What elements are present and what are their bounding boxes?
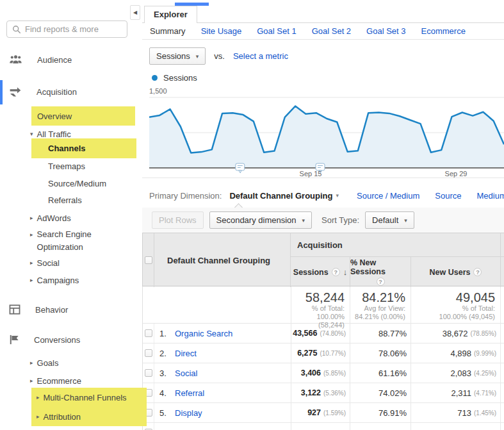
table-row: 6. Paid Search — [143, 423, 504, 430]
table-row: 2. Direct 6,275(10.77%) 78.06% 4,898(9.9… — [143, 343, 504, 363]
table-totals-row: 58,244 % of Total: 100.00% (58,244) 84.2… — [142, 286, 504, 324]
x-axis-tick: Sep 15 — [291, 170, 330, 178]
subtab-goal-set-2[interactable]: Goal Set 2 — [312, 26, 351, 36]
channel-link[interactable]: Display — [175, 408, 202, 418]
audience-icon — [9, 54, 22, 65]
caret-right-icon: ▸ — [37, 413, 40, 420]
dimension-column-header[interactable]: Default Channel Grouping — [154, 233, 291, 287]
new-sessions-value: 76.91% — [378, 408, 407, 418]
select-all-checkbox[interactable] — [145, 256, 152, 264]
new-users-value: 2,083 — [450, 368, 471, 378]
sidebar-item-goals[interactable]: ▸ Goals — [30, 357, 59, 368]
totals-sessions: 58,244 % of Total: 100.00% (58,244) — [291, 286, 350, 329]
dropdown-arrow-icon: ▾ — [404, 217, 407, 224]
search-input[interactable] — [25, 24, 127, 34]
x-axis-tick: Sep 29 — [437, 170, 475, 178]
new-sessions-value: 78.06% — [378, 349, 407, 358]
column-header-new-sessions[interactable]: % New Sessions ? — [350, 257, 411, 287]
sidebar-item-label: Referrals — [48, 195, 82, 205]
sidebar-item-ecommerce[interactable]: ▸ Ecommerce — [30, 375, 81, 386]
collapse-sidebar-button[interactable]: ◀ — [130, 5, 140, 20]
sidebar-item-source-medium[interactable]: Source/Medium — [48, 178, 106, 189]
acquisition-group-header: Acquisition — [291, 233, 504, 257]
row-index: 4. — [159, 388, 175, 398]
sidebar-item-label: Social — [37, 258, 60, 268]
channel-link[interactable]: Social — [175, 368, 197, 378]
sidebar-item-treemaps[interactable]: Treemaps — [48, 160, 85, 172]
subtab-ecommerce[interactable]: Ecommerce — [421, 26, 466, 36]
channel-link[interactable]: Referral — [175, 388, 204, 398]
column-header-sessions[interactable]: Sessions ? ↓ — [291, 257, 350, 287]
column-header-new-users[interactable]: New Users ? — [411, 257, 500, 287]
sessions-area-chart[interactable] — [149, 90, 504, 174]
row-checkbox[interactable] — [145, 369, 152, 377]
sidebar-item-overview[interactable]: Overview — [31, 106, 135, 126]
sidebar-item-adwords[interactable]: ▸ AdWords — [30, 212, 71, 224]
channel-link[interactable]: Organic Search — [175, 329, 232, 338]
help-icon[interactable]: ? — [377, 277, 385, 286]
table-toolbar: Plot Rows Secondary dimension ▾ Sort Typ… — [142, 208, 504, 233]
totals-new-sessions: 84.21% Avg for View: 84.21% (0.00%) — [350, 286, 411, 329]
sidebar-item-seo[interactable]: ▸ Search Engine Optimization — [30, 228, 119, 252]
sidebar-item-label: Search Engine Optimization — [37, 228, 119, 254]
subtab-goal-set-3[interactable]: Goal Set 3 — [366, 26, 405, 36]
new-users-pct: (4.25%) — [474, 370, 496, 377]
select-metric-link[interactable]: Select a metric — [233, 51, 288, 61]
help-icon[interactable]: ? — [332, 268, 340, 276]
sidebar-item-multi-channel-funnels[interactable]: ▸ Multi-Channel Funnels — [31, 388, 147, 407]
sidebar-item-attribution[interactable]: ▸ Attribution — [31, 407, 147, 426]
sidebar: Audience Acquisition Overview ▾ All Traf… — [0, 0, 136, 430]
dimension-link-medium[interactable]: Medium — [476, 191, 504, 201]
new-users-value: 2,311 — [451, 388, 471, 398]
sort-type-dropdown[interactable]: Default ▾ — [365, 211, 414, 229]
metric-dropdown-label: Sessions — [156, 51, 190, 61]
metric-dropdown[interactable]: Sessions ▾ — [149, 47, 206, 65]
conversions-flag-icon — [9, 335, 19, 345]
sessions-pct: (74.80%) — [320, 330, 346, 337]
sidebar-item-label: Multi-Channel Funnels — [44, 393, 127, 402]
sidebar-item-conversions[interactable]: Conversions — [9, 331, 80, 348]
sidebar-item-channels[interactable]: Channels — [31, 138, 136, 158]
help-icon[interactable]: ? — [473, 268, 482, 276]
plot-rows-button[interactable]: Plot Rows — [152, 211, 204, 229]
sidebar-item-label: Treemaps — [48, 161, 85, 171]
row-checkbox[interactable] — [145, 349, 152, 357]
sidebar-item-label: All Traffic — [37, 129, 71, 139]
sidebar-item-referrals[interactable]: Referrals — [48, 194, 82, 206]
sidebar-item-audience[interactable]: Audience — [9, 51, 72, 68]
sessions-value: 43,566 — [293, 329, 317, 338]
sidebar-item-behavior[interactable]: Behavior — [9, 301, 68, 318]
subtab-goal-set-1[interactable]: Goal Set 1 — [257, 26, 296, 36]
subtab-site-usage[interactable]: Site Usage — [201, 26, 242, 36]
dropdown-arrow-icon: ▾ — [302, 217, 305, 224]
row-index: 2. — [159, 349, 175, 358]
search-icon — [12, 25, 21, 34]
sidebar-item-label: Source/Medium — [48, 179, 106, 188]
tab-explorer[interactable]: Explorer — [144, 6, 197, 23]
new-sessions-value: 88.77% — [378, 329, 407, 338]
row-index: 1. — [159, 329, 175, 338]
header-checkbox-cell — [143, 233, 154, 287]
report-search-box[interactable] — [6, 21, 127, 38]
primary-dimension-row: Primary Dimension: Default Channel Group… — [149, 187, 504, 204]
sidebar-item-social[interactable]: ▸ Social — [30, 257, 60, 269]
sessions-value: 927 — [307, 408, 321, 417]
caret-right-icon: ▸ — [30, 215, 33, 221]
sort-descending-icon[interactable]: ↓ — [343, 267, 348, 277]
sidebar-item-campaigns[interactable]: ▸ Campaigns — [30, 274, 79, 286]
dimension-link-source[interactable]: Source — [435, 191, 461, 201]
acquisition-icon — [9, 86, 22, 97]
dimension-link-source-medium[interactable]: Source / Medium — [357, 191, 419, 201]
table-row: 4. Referral 3,122(5.36%) 74.02% 2,311(4.… — [143, 383, 504, 403]
chart-legend: Sessions — [152, 73, 197, 83]
sidebar-item-acquisition[interactable]: Acquisition — [9, 83, 77, 100]
sessions-pct: (1.59%) — [323, 409, 346, 417]
channel-link[interactable]: Direct — [175, 349, 197, 358]
secondary-dimension-button[interactable]: Secondary dimension ▾ — [209, 211, 313, 229]
row-checkbox[interactable] — [145, 329, 152, 337]
channel-link[interactable]: Paid Search — [175, 428, 220, 430]
table-row: 5. Display 927(1.59%) 76.91% 713(1.45%) — [143, 403, 504, 423]
subtab-summary[interactable]: Summary — [150, 26, 186, 36]
sessions-pct: (5.36%) — [323, 390, 346, 397]
primary-dimension-selected[interactable]: Default Channel Grouping — [229, 191, 332, 201]
